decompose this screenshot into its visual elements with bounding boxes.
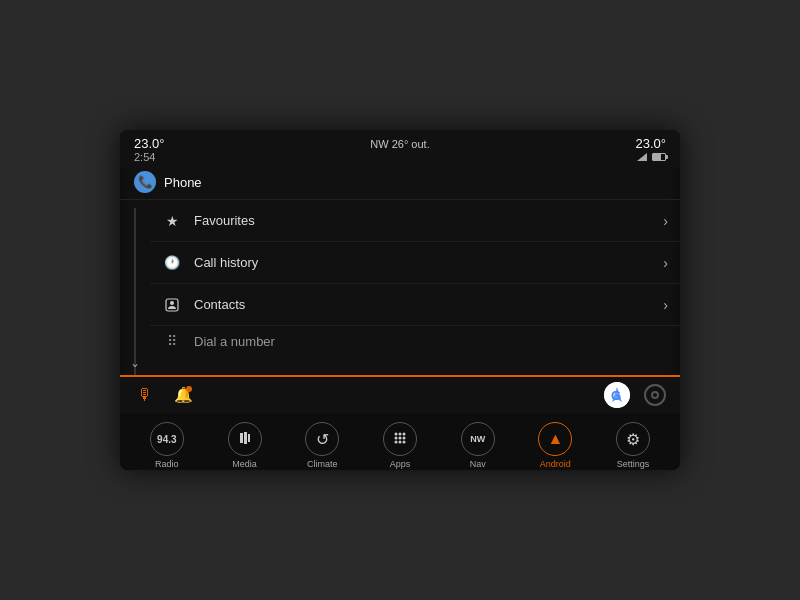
radio-icon: 94.3 [157, 434, 176, 445]
bottom-nav: 94.3 Radio Media ↺ Climate [120, 413, 680, 470]
dial-label: Dial a number [194, 334, 275, 349]
svg-point-9 [398, 436, 401, 439]
climate-circle: ↺ [305, 422, 339, 456]
climate-icon: ↺ [316, 430, 329, 449]
svg-point-10 [402, 436, 405, 439]
battery-fill [653, 154, 661, 160]
time-display: 2:54 [134, 151, 165, 163]
bell-icon[interactable]: 🔔 [172, 384, 194, 406]
app-header: 📞 Phone [120, 167, 680, 200]
chevron-down-icon[interactable]: ⌄ [130, 356, 140, 370]
contacts-icon [162, 295, 182, 315]
status-right: 23.0° [635, 136, 666, 161]
signal-bar-icon [637, 153, 647, 161]
notif-right: G [604, 382, 666, 408]
temp-right: 23.0° [635, 136, 666, 151]
maps-icon[interactable]: G [604, 382, 630, 408]
svg-point-8 [394, 436, 397, 439]
circle-inner-icon [651, 391, 659, 399]
apps-circle [383, 422, 417, 456]
nav-item-android[interactable]: ▲ Android [528, 422, 583, 469]
favourites-label: Favourites [194, 213, 651, 228]
nav-item-media[interactable]: Media [217, 422, 272, 469]
nav-item-radio[interactable]: 94.3 Radio [139, 422, 194, 469]
contacts-label: Contacts [194, 297, 651, 312]
battery-icon [652, 153, 666, 161]
svg-point-5 [394, 432, 397, 435]
settings-circle: ⚙ [616, 422, 650, 456]
media-circle [228, 422, 262, 456]
settings-label: Settings [617, 459, 650, 469]
svg-point-13 [402, 440, 405, 443]
svg-point-11 [394, 440, 397, 443]
svg-point-12 [398, 440, 401, 443]
sidebar-line: ⌄ [120, 200, 150, 375]
nav-item-climate[interactable]: ↺ Climate [295, 422, 350, 469]
vertical-line [134, 208, 136, 375]
call-history-label: Call history [194, 255, 651, 270]
svg-point-1 [170, 301, 174, 305]
dial-icon: ⠿ [162, 331, 182, 351]
nav-circle: NW [461, 422, 495, 456]
climate-label: Climate [307, 459, 338, 469]
app-title: Phone [164, 175, 202, 190]
signal-icons [637, 153, 666, 161]
menu-item-call-history[interactable]: 🕐 Call history › [150, 242, 680, 284]
call-history-chevron-icon: › [663, 255, 668, 271]
svg-point-6 [398, 432, 401, 435]
status-bar: 23.0° 2:54 NW 26° out. 23.0° [120, 130, 680, 167]
notif-left: 🎙 🔔 [134, 384, 194, 406]
radio-circle: 94.3 [150, 422, 184, 456]
status-center: NW 26° out. [370, 136, 429, 150]
car-surround: 23.0° 2:54 NW 26° out. 23.0° 📞 Phone [0, 0, 800, 600]
temp-left: 23.0° [134, 136, 165, 151]
android-circle: ▲ [538, 422, 572, 456]
nav-icon: NW [470, 434, 485, 444]
bell-badge [186, 386, 192, 392]
android-auto-icon: ▲ [547, 430, 563, 448]
phone-app-icon: 📞 [134, 171, 156, 193]
circle-button[interactable] [644, 384, 666, 406]
menu-item-favourites[interactable]: ★ Favourites › [150, 200, 680, 242]
notification-bar: 🎙 🔔 G [120, 375, 680, 413]
call-history-icon: 🕐 [162, 253, 182, 273]
mic-icon[interactable]: 🎙 [134, 384, 156, 406]
nav-item-apps[interactable]: Apps [372, 422, 427, 469]
apps-label: Apps [390, 459, 411, 469]
nav-item-settings[interactable]: ⚙ Settings [606, 422, 661, 469]
svg-point-7 [402, 432, 405, 435]
status-left: 23.0° 2:54 [134, 136, 165, 163]
favourites-chevron-icon: › [663, 213, 668, 229]
infotainment-screen: 23.0° 2:54 NW 26° out. 23.0° 📞 Phone [120, 130, 680, 470]
android-label: Android [540, 459, 571, 469]
apps-icon [393, 431, 407, 448]
contacts-chevron-icon: › [663, 297, 668, 313]
media-icon [237, 430, 253, 449]
favourites-icon: ★ [162, 211, 182, 231]
media-label: Media [232, 459, 257, 469]
settings-icon: ⚙ [626, 430, 640, 449]
menu-list: ★ Favourites › 🕐 Call history › [150, 200, 680, 375]
menu-item-contacts[interactable]: Contacts › [150, 284, 680, 326]
nav-label: Nav [470, 459, 486, 469]
radio-label: Radio [155, 459, 179, 469]
nav-item-nav[interactable]: NW Nav [450, 422, 505, 469]
main-content: ⌄ ★ Favourites › 🕐 Call history › [120, 200, 680, 375]
menu-item-dial[interactable]: ⠿ Dial a number [150, 326, 680, 356]
